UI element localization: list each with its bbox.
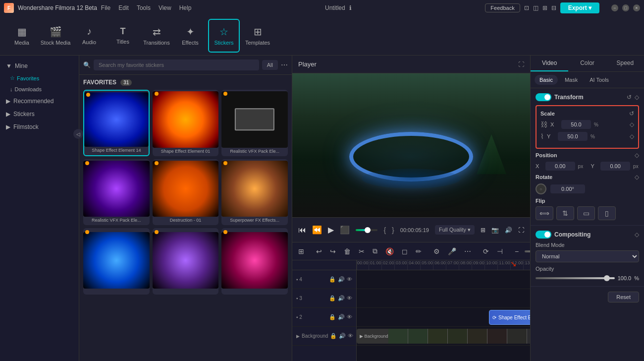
zoom-slider[interactable] (525, 250, 530, 252)
list-item[interactable]: Realistic VFX Pack Ele... (221, 90, 288, 156)
scale-x-input[interactable] (561, 120, 591, 129)
tl-cut-button[interactable]: ✂ (357, 246, 367, 256)
titlebar-icon-3[interactable]: ⊞ (542, 4, 547, 11)
tab-speed[interactable]: Speed (606, 56, 644, 71)
close-button[interactable]: × (633, 4, 640, 11)
sub-tab-ai-tools[interactable]: AI Tools (585, 75, 614, 85)
flip-horizontal-btn[interactable]: ⟺ (536, 206, 553, 220)
tab-video[interactable]: Video (531, 56, 568, 71)
track-3-lock-icon[interactable]: 🔒 (329, 295, 336, 301)
list-item[interactable]: Destruction - 01 (153, 159, 219, 226)
position-keyframe-icon[interactable]: ◇ (635, 152, 639, 159)
toolbar-templates[interactable]: ⊞ Templates (242, 19, 273, 53)
flip-v-btn-2[interactable]: ▯ (598, 206, 616, 220)
pos-x-input[interactable] (545, 162, 575, 171)
opacity-slider[interactable] (536, 277, 615, 279)
skip-back-button[interactable]: ⏮ (298, 226, 306, 235)
tl-motion-btn[interactable]: ⟳ (481, 246, 491, 256)
tl-trim-btn[interactable]: ⊣ (495, 246, 505, 256)
tl-copy-button[interactable]: ⧉ (371, 246, 379, 256)
filter-button[interactable]: All (262, 60, 278, 70)
export-button[interactable]: Export ▾ (560, 2, 599, 13)
quality-button[interactable]: Full Quality ▾ (435, 225, 475, 235)
sidebar-section-stickers[interactable]: ▶ Stickers (0, 108, 79, 120)
more-options-icon[interactable]: ⋯ (281, 61, 288, 69)
tl-undo-button[interactable]: ↩ (314, 246, 324, 256)
player-expand-icon[interactable]: ⛶ (518, 61, 524, 68)
tab-color[interactable]: Color (568, 56, 606, 71)
track-1-audio-icon[interactable]: 🔊 (339, 333, 346, 339)
search-input[interactable] (94, 60, 259, 70)
track-2-visibility-icon[interactable]: 👁 (347, 314, 352, 320)
transform-reset-icon[interactable]: ↺ (627, 94, 632, 101)
tl-more-btn[interactable]: ⋯ (462, 246, 473, 256)
flip-h-btn-2[interactable]: ▭ (577, 206, 595, 220)
sub-tab-mask[interactable]: Mask (560, 75, 583, 85)
toolbar-transitions[interactable]: ⇄ Transitions (141, 19, 172, 53)
tl-redo-button[interactable]: ↪ (328, 246, 338, 256)
track-1-play-icon[interactable]: ▶ (296, 334, 300, 339)
feedback-button[interactable]: Feedback (485, 3, 520, 12)
sidebar-section-filmstock[interactable]: ▶ Filmstock (0, 120, 79, 133)
sub-tab-basic[interactable]: Basic (535, 75, 558, 85)
tl-edit-button[interactable]: ✏ (414, 246, 424, 256)
tl-delete-button[interactable]: 🗑 (342, 246, 353, 256)
menu-view[interactable]: View (159, 4, 171, 11)
titlebar-icon-2[interactable]: ◫ (533, 4, 538, 11)
track-4-audio-icon[interactable]: 🔊 (338, 276, 345, 283)
track-2-lock-icon[interactable]: 🔒 (329, 314, 336, 320)
volume-button[interactable]: 🔊 (505, 227, 512, 234)
toolbar-audio[interactable]: ♪ Audio (73, 19, 105, 53)
maximize-button[interactable]: □ (622, 4, 629, 11)
menu-edit[interactable]: Edit (118, 4, 129, 11)
track-3-visibility-icon[interactable]: 👁 (347, 295, 352, 301)
toolbar-titles[interactable]: T Titles (107, 19, 139, 53)
track-4-lock-icon[interactable]: 🔒 (329, 276, 336, 283)
tl-effects-btn[interactable]: ⚙ (431, 246, 442, 256)
tl-crop-button[interactable]: ◻ (400, 246, 410, 256)
compositing-keyframe-icon[interactable]: ◇ (635, 231, 639, 238)
progress-bar[interactable] (356, 229, 377, 231)
tl-voice-btn[interactable]: 🎤 (446, 246, 458, 256)
sidebar-item-favorites[interactable]: ☆ Favorites (0, 72, 79, 84)
list-item[interactable] (221, 228, 288, 295)
minimize-button[interactable]: − (611, 4, 618, 11)
track-clip-bg[interactable]: ▶ Background (357, 329, 530, 344)
scale-link-icon[interactable]: ⛓ (540, 120, 547, 128)
list-item[interactable] (83, 228, 150, 295)
track-clip-effect[interactable]: ⟳ Shape Effect Element 14 (489, 310, 530, 325)
flip-vertical-btn[interactable]: ⇅ (556, 206, 574, 220)
toolbar-media[interactable]: ▦ Media (6, 19, 38, 53)
list-item[interactable]: Superpower FX Effects... (221, 159, 288, 226)
transform-toggle[interactable] (536, 93, 551, 101)
list-item[interactable]: Realistic VFX Pack Ele... (83, 159, 150, 226)
track-4-visibility-icon[interactable]: 👁 (347, 276, 352, 283)
step-back-button[interactable]: ⏪ (312, 225, 322, 235)
scale-reset-icon[interactable]: ↺ (629, 110, 634, 117)
sidebar-section-mine[interactable]: ▼ Mine (0, 60, 79, 72)
blend-mode-select[interactable]: Normal Dissolve Multiply Screen Overlay (536, 250, 639, 262)
transform-keyframe-icon[interactable]: ◇ (635, 94, 639, 101)
toolbar-stickers[interactable]: ☆ Stickers (208, 19, 240, 53)
scale-x-keyframe[interactable]: ◇ (630, 121, 634, 128)
track-1-lock-icon[interactable]: 🔒 (330, 333, 337, 339)
menu-help[interactable]: Help (179, 4, 192, 11)
fullscreen-button[interactable]: ⛶ (518, 227, 524, 234)
fit-button[interactable]: ⊞ (481, 227, 485, 234)
toolbar-stock-media[interactable]: 🎬 Stock Media (40, 19, 71, 53)
titlebar-icon-4[interactable]: ⊟ (551, 4, 556, 11)
track-1-visibility-icon[interactable]: 👁 (348, 333, 353, 339)
menu-file[interactable]: File (101, 4, 110, 11)
scale-y-keyframe[interactable]: ◇ (630, 133, 634, 140)
toolbar-effects[interactable]: ✦ Effects (174, 19, 206, 53)
stop-button[interactable]: ⬛ (340, 225, 350, 235)
tl-mute-button[interactable]: 🔇 (383, 246, 396, 256)
track-3-audio-icon[interactable]: 🔊 (338, 295, 345, 301)
scale-y-input[interactable] (558, 132, 588, 141)
rotate-dial[interactable]: ○ (536, 183, 546, 194)
titlebar-icon-1[interactable]: ⊡ (524, 4, 529, 11)
screenshot-button[interactable]: 📷 (491, 227, 499, 234)
rotate-input[interactable] (550, 184, 585, 193)
sidebar-collapse-btn[interactable]: ◁ (73, 129, 83, 139)
list-item[interactable] (153, 228, 219, 295)
